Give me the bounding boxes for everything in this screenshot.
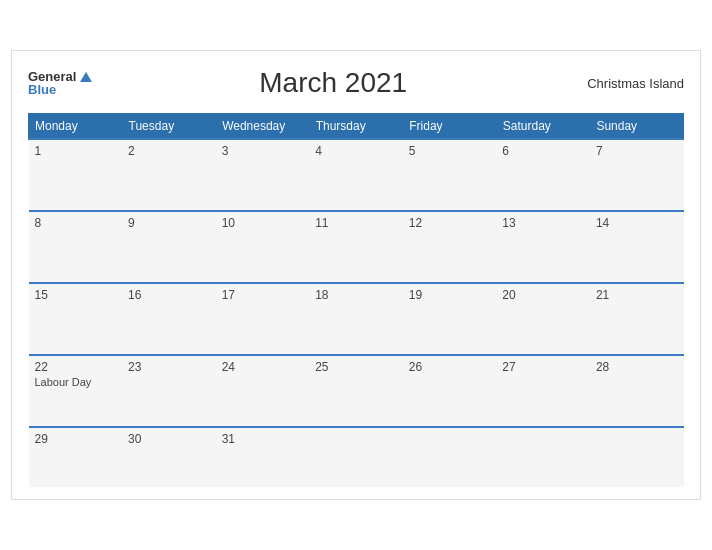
calendar-day-cell: 20 bbox=[496, 283, 590, 355]
day-number: 25 bbox=[315, 360, 397, 374]
calendar-day-cell: 14 bbox=[590, 211, 684, 283]
calendar-day-cell: 25 bbox=[309, 355, 403, 427]
calendar-day-cell: 27 bbox=[496, 355, 590, 427]
calendar-body: 12345678910111213141516171819202122Labou… bbox=[29, 139, 684, 487]
weekday-header: Sunday bbox=[590, 114, 684, 140]
day-number: 11 bbox=[315, 216, 397, 230]
day-number: 23 bbox=[128, 360, 210, 374]
calendar: General Blue March 2021 Christmas Island… bbox=[11, 50, 701, 500]
calendar-day-cell: 15 bbox=[29, 283, 123, 355]
logo-blue-text: Blue bbox=[28, 83, 92, 96]
day-number: 13 bbox=[502, 216, 584, 230]
calendar-day-cell bbox=[590, 427, 684, 487]
calendar-day-cell: 26 bbox=[403, 355, 497, 427]
day-event: Labour Day bbox=[35, 376, 117, 388]
calendar-region: Christmas Island bbox=[574, 76, 684, 91]
calendar-week-row: 1234567 bbox=[29, 139, 684, 211]
day-number: 20 bbox=[502, 288, 584, 302]
calendar-day-cell: 8 bbox=[29, 211, 123, 283]
day-number: 26 bbox=[409, 360, 491, 374]
weekday-header: Wednesday bbox=[216, 114, 310, 140]
logo-triangle-icon bbox=[80, 72, 92, 82]
calendar-day-cell: 18 bbox=[309, 283, 403, 355]
day-number: 16 bbox=[128, 288, 210, 302]
day-number: 14 bbox=[596, 216, 678, 230]
calendar-title: March 2021 bbox=[92, 67, 574, 99]
calendar-day-cell: 10 bbox=[216, 211, 310, 283]
calendar-day-cell: 17 bbox=[216, 283, 310, 355]
logo: General Blue bbox=[28, 70, 92, 96]
day-number: 22 bbox=[35, 360, 117, 374]
calendar-day-cell: 12 bbox=[403, 211, 497, 283]
day-number: 29 bbox=[35, 432, 117, 446]
day-number: 1 bbox=[35, 144, 117, 158]
day-number: 3 bbox=[222, 144, 304, 158]
day-number: 12 bbox=[409, 216, 491, 230]
calendar-day-cell: 9 bbox=[122, 211, 216, 283]
day-number: 17 bbox=[222, 288, 304, 302]
calendar-day-cell: 11 bbox=[309, 211, 403, 283]
day-number: 15 bbox=[35, 288, 117, 302]
calendar-day-cell: 24 bbox=[216, 355, 310, 427]
day-number: 8 bbox=[35, 216, 117, 230]
weekday-row: MondayTuesdayWednesdayThursdayFridaySatu… bbox=[29, 114, 684, 140]
calendar-day-cell: 6 bbox=[496, 139, 590, 211]
calendar-grid: MondayTuesdayWednesdayThursdayFridaySatu… bbox=[28, 113, 684, 487]
calendar-day-cell: 1 bbox=[29, 139, 123, 211]
calendar-week-row: 891011121314 bbox=[29, 211, 684, 283]
day-number: 18 bbox=[315, 288, 397, 302]
calendar-day-cell: 22Labour Day bbox=[29, 355, 123, 427]
day-number: 19 bbox=[409, 288, 491, 302]
calendar-day-cell: 16 bbox=[122, 283, 216, 355]
calendar-weekdays: MondayTuesdayWednesdayThursdayFridaySatu… bbox=[29, 114, 684, 140]
calendar-day-cell: 13 bbox=[496, 211, 590, 283]
day-number: 2 bbox=[128, 144, 210, 158]
calendar-day-cell: 31 bbox=[216, 427, 310, 487]
weekday-header: Friday bbox=[403, 114, 497, 140]
calendar-day-cell: 4 bbox=[309, 139, 403, 211]
day-number: 6 bbox=[502, 144, 584, 158]
calendar-day-cell: 28 bbox=[590, 355, 684, 427]
calendar-day-cell: 3 bbox=[216, 139, 310, 211]
day-number: 9 bbox=[128, 216, 210, 230]
calendar-day-cell: 29 bbox=[29, 427, 123, 487]
day-number: 28 bbox=[596, 360, 678, 374]
calendar-day-cell bbox=[309, 427, 403, 487]
calendar-day-cell: 2 bbox=[122, 139, 216, 211]
calendar-week-row: 15161718192021 bbox=[29, 283, 684, 355]
day-number: 7 bbox=[596, 144, 678, 158]
day-number: 31 bbox=[222, 432, 304, 446]
day-number: 4 bbox=[315, 144, 397, 158]
calendar-day-cell bbox=[403, 427, 497, 487]
weekday-header: Tuesday bbox=[122, 114, 216, 140]
calendar-day-cell: 23 bbox=[122, 355, 216, 427]
calendar-header: General Blue March 2021 Christmas Island bbox=[28, 67, 684, 99]
weekday-header: Saturday bbox=[496, 114, 590, 140]
day-number: 10 bbox=[222, 216, 304, 230]
day-number: 5 bbox=[409, 144, 491, 158]
calendar-day-cell: 7 bbox=[590, 139, 684, 211]
calendar-day-cell: 5 bbox=[403, 139, 497, 211]
calendar-day-cell: 30 bbox=[122, 427, 216, 487]
calendar-day-cell bbox=[496, 427, 590, 487]
day-number: 30 bbox=[128, 432, 210, 446]
weekday-header: Monday bbox=[29, 114, 123, 140]
day-number: 21 bbox=[596, 288, 678, 302]
calendar-week-row: 22Labour Day232425262728 bbox=[29, 355, 684, 427]
weekday-header: Thursday bbox=[309, 114, 403, 140]
day-number: 24 bbox=[222, 360, 304, 374]
calendar-week-row: 293031 bbox=[29, 427, 684, 487]
calendar-day-cell: 21 bbox=[590, 283, 684, 355]
calendar-day-cell: 19 bbox=[403, 283, 497, 355]
day-number: 27 bbox=[502, 360, 584, 374]
